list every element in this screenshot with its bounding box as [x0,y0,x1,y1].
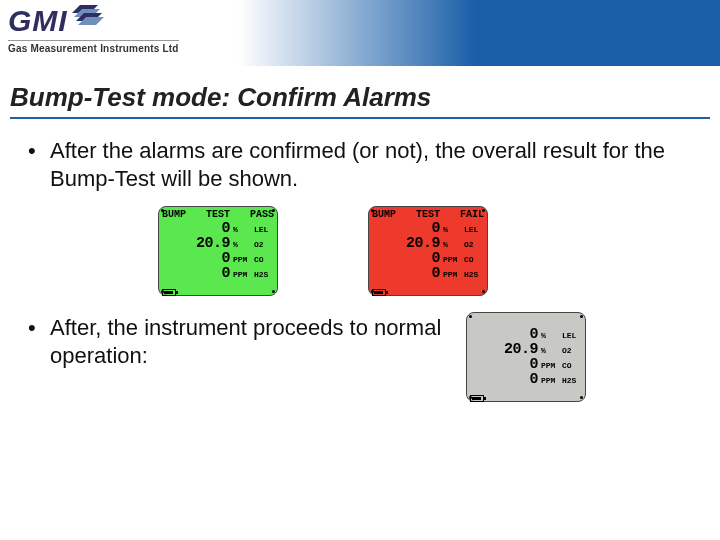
reading-unit: % [541,343,559,358]
reading-value: 20.9 [190,236,230,251]
reading-gas: O2 [254,237,274,252]
bullet-text: After the alarms are confirmed (or not),… [50,137,692,192]
reading-unit: PPM [541,358,559,373]
header-word: PASS [250,209,274,221]
reading-row: 0 % LEL [372,221,484,236]
reading-value: 0 [190,251,230,266]
reading-unit: PPM [541,373,559,388]
reading-value: 0 [400,221,440,236]
reading-row: 20.9 % O2 [372,236,484,251]
header-word: FAIL [460,209,484,221]
header-word: BUMP [372,209,396,221]
device-screen-normal: 0 % LEL 20.9 % O2 0 PPM CO 0 PPM H2S [466,312,586,402]
reading-value: 0 [190,266,230,281]
reading-row: 0 PPM H2S [162,266,274,281]
reading-unit: PPM [443,252,461,267]
reading-unit: PPM [443,267,461,282]
reading-value: 20.9 [498,342,538,357]
reading-gas: H2S [464,267,484,282]
result-screens-row: BUMP TEST PASS 0 % LEL 20.9 % O2 0 PPM [158,206,692,296]
reading-gas: CO [562,358,582,373]
bullet-1: • After the alarms are confirmed (or not… [28,137,692,192]
reading-row: 20.9 % O2 [162,236,274,251]
reading-value: 0 [498,357,538,372]
reading-gas: H2S [254,267,274,282]
reading-value: 0 [400,266,440,281]
page-title: Bump-Test mode: Confirm Alarms [10,82,710,119]
logo-icon [72,5,108,37]
reading-gas: CO [254,252,274,267]
reading-value: 0 [400,251,440,266]
reading-gas: O2 [464,237,484,252]
header-word: BUMP [162,209,186,221]
reading-row: 0 PPM CO [372,251,484,266]
slide-content: • After the alarms are confirmed (or not… [0,119,720,402]
reading-unit: % [443,222,461,237]
reading-gas: LEL [562,328,582,343]
reading-gas: H2S [562,373,582,388]
screen-footer [467,389,585,401]
reading-row: 0 PPM H2S [372,266,484,281]
reading-row: 0 % LEL [470,327,582,342]
logo-subtitle: Gas Measurement Instruments Ltd [8,40,179,54]
reading-value: 0 [498,372,538,387]
screen-header: BUMP TEST FAIL [369,207,487,221]
screen-header: BUMP TEST PASS [159,207,277,221]
reading-gas: O2 [562,343,582,358]
reading-unit: % [443,237,461,252]
reading-row: 20.9 % O2 [470,342,582,357]
reading-row: 0 PPM CO [470,357,582,372]
reading-unit: % [541,328,559,343]
logo-text: GMI [8,4,68,38]
reading-value: 0 [190,221,230,236]
reading-gas: LEL [464,222,484,237]
screen-header [467,313,585,327]
reading-row: 0 PPM H2S [470,372,582,387]
bullet-dot: • [28,314,50,369]
device-screen-pass: BUMP TEST PASS 0 % LEL 20.9 % O2 0 PPM [158,206,278,296]
reading-gas: LEL [254,222,274,237]
battery-icon [162,289,176,296]
reading-row: 0 % LEL [162,221,274,236]
reading-unit: PPM [233,267,251,282]
reading-unit: % [233,237,251,252]
screen-footer [159,283,277,295]
header-banner: GMI Gas Measurement Instruments Ltd [0,0,720,66]
reading-value: 20.9 [400,236,440,251]
battery-icon [470,395,484,402]
bullet-dot: • [28,137,50,192]
logo: GMI Gas Measurement Instruments Ltd [8,4,179,54]
reading-gas: CO [464,252,484,267]
bullet-text: After, the instrument proceeds to normal… [50,314,448,369]
bullet-2: • After, the instrument proceeds to norm… [28,314,448,369]
reading-unit: % [233,222,251,237]
device-screen-fail: BUMP TEST FAIL 0 % LEL 20.9 % O2 0 PPM [368,206,488,296]
battery-icon [372,289,386,296]
reading-unit: PPM [233,252,251,267]
reading-value: 0 [498,327,538,342]
screen-footer [369,283,487,295]
reading-row: 0 PPM CO [162,251,274,266]
